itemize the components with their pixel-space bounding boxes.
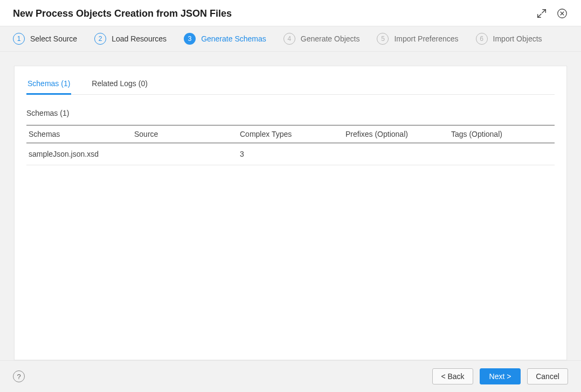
help-icon[interactable]: ?: [13, 370, 25, 382]
back-button[interactable]: < Back: [432, 368, 473, 384]
step-number: 2: [94, 33, 106, 45]
step-load-resources[interactable]: 2 Load Resources: [94, 33, 167, 45]
next-button[interactable]: Next >: [480, 368, 521, 384]
section-title: Schemas (1): [26, 109, 555, 117]
close-icon[interactable]: [556, 8, 568, 19]
footer-actions: < Back Next > Cancel: [432, 368, 568, 384]
step-number: 6: [476, 33, 488, 45]
schemas-table: Schemas Source Complex Types Prefixes (O…: [26, 125, 555, 165]
main-area: Schemas (1) Related Logs (0) Schemas (1)…: [0, 52, 581, 360]
tab-related-logs[interactable]: Related Logs (0): [91, 76, 149, 94]
cell-source: [132, 143, 238, 165]
content-card: Schemas (1) Related Logs (0) Schemas (1)…: [14, 66, 567, 360]
step-number: 4: [283, 33, 295, 45]
step-label: Generate Schemas: [201, 34, 266, 43]
step-label: Load Resources: [112, 34, 167, 43]
col-schemas: Schemas: [26, 125, 132, 143]
step-label: Select Source: [30, 34, 77, 43]
step-number: 3: [184, 33, 196, 45]
step-import-preferences: 5 Import Preferences: [377, 33, 458, 45]
title-actions: [536, 8, 568, 19]
step-label: Generate Objects: [301, 34, 360, 43]
step-select-source[interactable]: 1 Select Source: [13, 33, 77, 45]
step-generate-objects: 4 Generate Objects: [283, 33, 360, 45]
inner-tabs: Schemas (1) Related Logs (0): [26, 76, 555, 95]
wizard-stepper: 1 Select Source 2 Load Resources 3 Gener…: [0, 26, 581, 52]
cancel-button[interactable]: Cancel: [527, 368, 568, 384]
tab-schemas[interactable]: Schemas (1): [26, 76, 71, 94]
col-prefixes: Prefixes (Optional): [343, 125, 449, 143]
svg-line-1: [538, 14, 541, 17]
cell-tags[interactable]: [449, 143, 555, 165]
dialog-title: New Process Objects Creation from JSON F…: [13, 8, 232, 19]
step-label: Import Preferences: [394, 34, 458, 43]
step-import-objects: 6 Import Objects: [476, 33, 542, 45]
cell-complex-types: 3: [238, 143, 343, 165]
svg-line-0: [542, 10, 545, 13]
step-generate-schemas: 3 Generate Schemas: [184, 33, 266, 45]
cell-prefixes[interactable]: [343, 143, 449, 165]
table-header-row: Schemas Source Complex Types Prefixes (O…: [26, 125, 555, 143]
col-tags: Tags (Optional): [449, 125, 555, 143]
footer-bar: ? < Back Next > Cancel: [0, 360, 581, 392]
cell-schemas: sampleJson.json.xsd: [26, 143, 132, 165]
step-label: Import Objects: [493, 34, 542, 43]
step-number: 1: [13, 33, 25, 45]
table-row[interactable]: sampleJson.json.xsd 3: [26, 143, 555, 165]
col-complex-types: Complex Types: [238, 125, 343, 143]
col-source: Source: [132, 125, 238, 143]
step-number: 5: [377, 33, 389, 45]
maximize-icon[interactable]: [536, 8, 548, 19]
title-bar: New Process Objects Creation from JSON F…: [0, 0, 581, 26]
